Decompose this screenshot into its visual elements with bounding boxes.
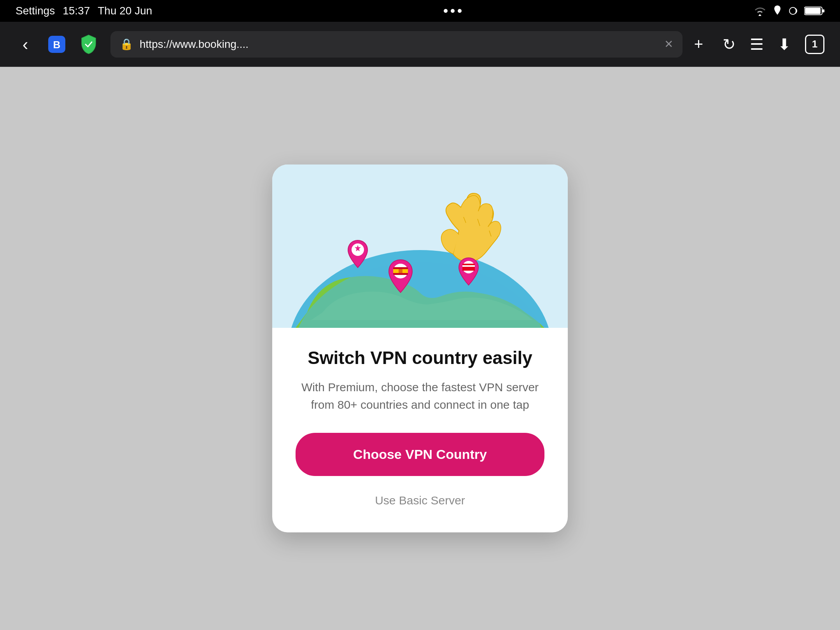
svg-rect-20 — [462, 267, 475, 271]
modal-description: With Premium, choose the fastest VPN ser… — [296, 378, 544, 413]
location-icon — [773, 5, 782, 16]
card-content: Switch VPN country easily With Premium, … — [272, 328, 568, 532]
globe-illustration — [272, 164, 568, 328]
modal-title: Switch VPN country easily — [296, 347, 544, 369]
status-right — [753, 5, 824, 16]
status-center — [444, 9, 462, 13]
browser-chrome: ‹ B 🔒 https://www.booking.... ✕ + ↻ ☰ ⬇ … — [0, 22, 840, 67]
use-basic-server-button[interactable]: Use Basic Server — [296, 490, 544, 511]
status-left: Settings 15:37 Thu 20 Jun — [16, 5, 152, 17]
battery-icon — [804, 5, 824, 16]
svg-rect-2 — [805, 8, 821, 14]
home-icon[interactable]: B — [47, 34, 67, 54]
choose-vpn-country-button[interactable]: Choose VPN Country — [296, 433, 544, 476]
back-button[interactable]: ‹ — [16, 35, 35, 54]
wifi-icon — [753, 5, 767, 16]
svg-text:B: B — [53, 39, 61, 51]
moon-icon — [788, 5, 798, 16]
tab-close-button[interactable]: ✕ — [664, 38, 673, 51]
lock-icon: 🔒 — [120, 38, 133, 51]
svg-rect-3 — [822, 9, 824, 12]
modal-card: Switch VPN country easily With Premium, … — [272, 164, 568, 532]
dot-3 — [458, 9, 462, 13]
tab-count-button[interactable]: 1 — [805, 35, 824, 54]
dot-1 — [444, 9, 448, 13]
dot-2 — [451, 9, 455, 13]
vpn-shield-icon[interactable] — [79, 34, 99, 54]
settings-label: Settings — [16, 5, 55, 17]
status-bar: Settings 15:37 Thu 20 Jun — [0, 0, 840, 22]
time-label: 15:37 — [63, 5, 90, 17]
address-bar[interactable]: 🔒 https://www.booking.... ✕ — [110, 31, 682, 58]
browser-actions: ↻ ☰ ⬇ 1 — [723, 35, 824, 54]
url-text: https://www.booking.... — [140, 38, 652, 51]
menu-button[interactable]: ☰ — [750, 35, 764, 53]
refresh-button[interactable]: ↻ — [723, 35, 736, 53]
modal-illustration — [272, 164, 568, 328]
date-label: Thu 20 Jun — [98, 5, 152, 17]
add-tab-button[interactable]: + — [694, 35, 703, 53]
download-button[interactable]: ⬇ — [778, 35, 791, 53]
content-area: Switch VPN country easily With Premium, … — [0, 67, 840, 630]
svg-rect-16 — [399, 269, 402, 273]
